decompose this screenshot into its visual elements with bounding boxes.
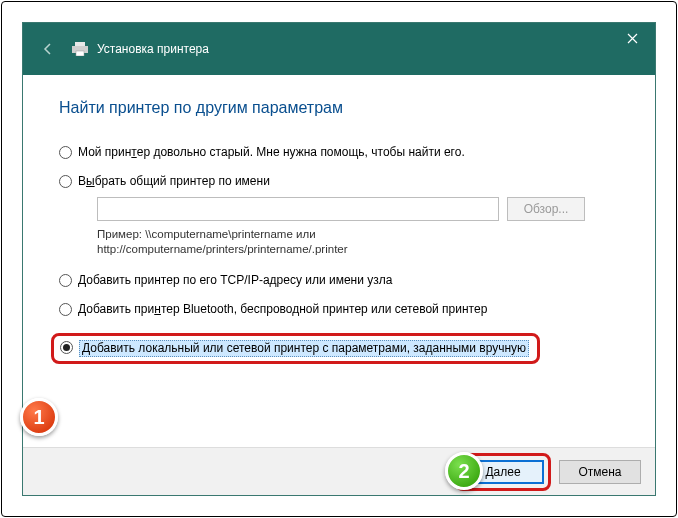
printer-name-input[interactable] bbox=[97, 197, 499, 221]
svg-rect-2 bbox=[76, 51, 84, 56]
example-text: Пример: \\computername\printername или h… bbox=[97, 227, 619, 257]
page-heading: Найти принтер по другим параметрам bbox=[59, 99, 619, 117]
back-button[interactable] bbox=[35, 36, 61, 62]
option-label: Добавить локальный или сетевой принтер с… bbox=[79, 340, 529, 357]
radio-icon[interactable] bbox=[60, 341, 73, 354]
printer-icon bbox=[71, 42, 89, 56]
option-label: Мой принтер довольно старый. Мне нужна п… bbox=[78, 145, 465, 160]
dialog-window: Установка принтера Найти принтер по друг… bbox=[22, 22, 656, 496]
option-tcpip[interactable]: Добавить принтер по его TCP/IP-адресу ил… bbox=[59, 273, 619, 288]
dialog-footer: Далее Отмена bbox=[23, 447, 655, 495]
radio-icon[interactable] bbox=[59, 146, 72, 159]
option-label: Добавить принтер по его TCP/IP-адресу ил… bbox=[78, 273, 392, 288]
annotation-badge-2: 2 bbox=[445, 452, 483, 490]
shared-name-group: Обзор... Пример: \\computername\printern… bbox=[97, 197, 619, 257]
option-bluetooth[interactable]: Добавить принтер Bluetooth, беспроводной… bbox=[59, 302, 619, 317]
radio-icon[interactable] bbox=[59, 274, 72, 287]
browse-button: Обзор... bbox=[507, 197, 585, 221]
option-label: Добавить принтер Bluetooth, беспроводной… bbox=[78, 302, 487, 317]
window-title: Установка принтера bbox=[97, 42, 209, 56]
option-old-printer[interactable]: Мой принтер довольно старый. Мне нужна п… bbox=[59, 145, 619, 160]
radio-icon[interactable] bbox=[59, 175, 72, 188]
close-button[interactable] bbox=[609, 23, 655, 53]
cancel-button[interactable]: Отмена bbox=[559, 460, 641, 484]
highlight-annotation-1: Добавить локальный или сетевой принтер с… bbox=[51, 333, 540, 364]
option-shared-by-name[interactable]: Выбрать общий принтер по имени bbox=[59, 174, 619, 189]
radio-icon[interactable] bbox=[59, 303, 72, 316]
titlebar: Установка принтера bbox=[23, 23, 655, 75]
option-label: Выбрать общий принтер по имени bbox=[78, 174, 270, 189]
svg-rect-0 bbox=[75, 42, 85, 46]
annotation-badge-1: 1 bbox=[20, 398, 58, 436]
content-area: Найти принтер по другим параметрам Мой п… bbox=[23, 75, 655, 364]
option-manual[interactable]: Добавить локальный или сетевой принтер с… bbox=[60, 340, 529, 357]
